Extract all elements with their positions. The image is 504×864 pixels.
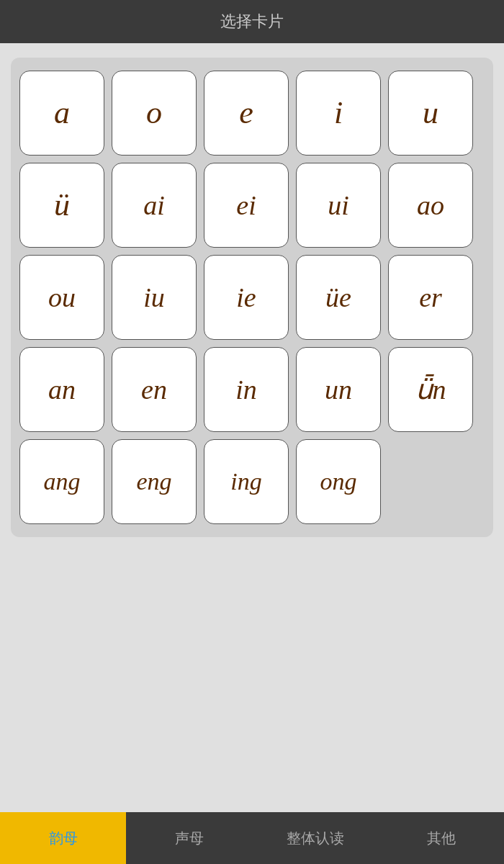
card-label-ie: ie — [236, 284, 256, 311]
card-e[interactable]: e — [204, 71, 289, 156]
card-label-i: i — [334, 97, 343, 129]
card-label-in: in — [235, 376, 257, 403]
cards-container: a o e i u ü ai ei — [11, 58, 493, 537]
card-label-an: an — [48, 376, 76, 403]
card-label-er: er — [419, 284, 442, 311]
card-ou[interactable]: ou — [19, 255, 104, 340]
card-en[interactable]: en — [112, 347, 197, 432]
card-label-u-umlaut: ü — [54, 189, 70, 221]
card-label-un-umlaut: ǖn — [415, 376, 446, 403]
card-label-iu: iu — [143, 284, 165, 311]
card-ie[interactable]: ie — [204, 255, 289, 340]
card-row-5: ang eng ing ong — [19, 439, 485, 524]
bottom-nav: 韵母 声母 整体认读 其他 — [0, 812, 504, 864]
card-label-o: o — [146, 97, 162, 129]
card-label-ao: ao — [417, 192, 444, 219]
card-ing[interactable]: ing — [204, 439, 289, 524]
card-label-a: a — [54, 97, 70, 129]
header-title: 选择卡片 — [220, 11, 284, 32]
card-iu[interactable]: iu — [112, 255, 197, 340]
app-header: 选择卡片 — [0, 0, 504, 43]
nav-label-qita: 其他 — [427, 829, 456, 848]
nav-label-zhengti: 整体认读 — [287, 829, 344, 848]
card-label-ei: ei — [236, 192, 256, 219]
nav-item-yunmu[interactable]: 韵母 — [0, 812, 126, 864]
card-ui[interactable]: ui — [296, 163, 381, 248]
card-o[interactable]: o — [112, 71, 197, 156]
card-ai[interactable]: ai — [112, 163, 197, 248]
card-row-3: ou iu ie üe er — [19, 255, 485, 340]
card-i[interactable]: i — [296, 71, 381, 156]
card-label-ui: ui — [328, 192, 349, 219]
nav-label-yunmu: 韵母 — [49, 829, 78, 848]
card-label-u: u — [423, 97, 438, 129]
card-ue[interactable]: üe — [296, 255, 381, 340]
card-in[interactable]: in — [204, 347, 289, 432]
card-label-en: en — [141, 376, 167, 403]
card-eng[interactable]: eng — [112, 439, 197, 524]
nav-item-zhengti[interactable]: 整体认读 — [252, 812, 378, 864]
card-label-eng: eng — [136, 469, 171, 494]
card-u-umlaut[interactable]: ü — [19, 163, 104, 248]
nav-label-shengmu: 声母 — [175, 829, 204, 848]
card-un-umlaut[interactable]: ǖn — [388, 347, 473, 432]
card-ong[interactable]: ong — [296, 439, 381, 524]
card-ang[interactable]: ang — [19, 439, 104, 524]
card-an[interactable]: an — [19, 347, 104, 432]
card-u[interactable]: u — [388, 71, 473, 156]
nav-item-qita[interactable]: 其他 — [378, 812, 504, 864]
card-er[interactable]: er — [388, 255, 473, 340]
card-row-4: an en in un ǖn — [19, 347, 485, 432]
card-row-1: a o e i u — [19, 71, 485, 156]
card-label-ou: ou — [48, 284, 76, 311]
card-label-un: un — [325, 376, 352, 403]
main-content: a o e i u ü ai ei — [0, 43, 504, 812]
card-label-ai: ai — [143, 192, 165, 219]
card-ao[interactable]: ao — [388, 163, 473, 248]
card-label-ang: ang — [44, 469, 81, 494]
card-a[interactable]: a — [19, 71, 104, 156]
nav-item-shengmu[interactable]: 声母 — [126, 812, 252, 864]
card-label-ing: ing — [230, 469, 261, 494]
card-label-ong: ong — [320, 469, 357, 494]
card-ei[interactable]: ei — [204, 163, 289, 248]
card-label-ue: üe — [325, 284, 351, 311]
card-row-2: ü ai ei ui ao — [19, 163, 485, 248]
card-label-e: e — [239, 97, 253, 129]
card-un[interactable]: un — [296, 347, 381, 432]
